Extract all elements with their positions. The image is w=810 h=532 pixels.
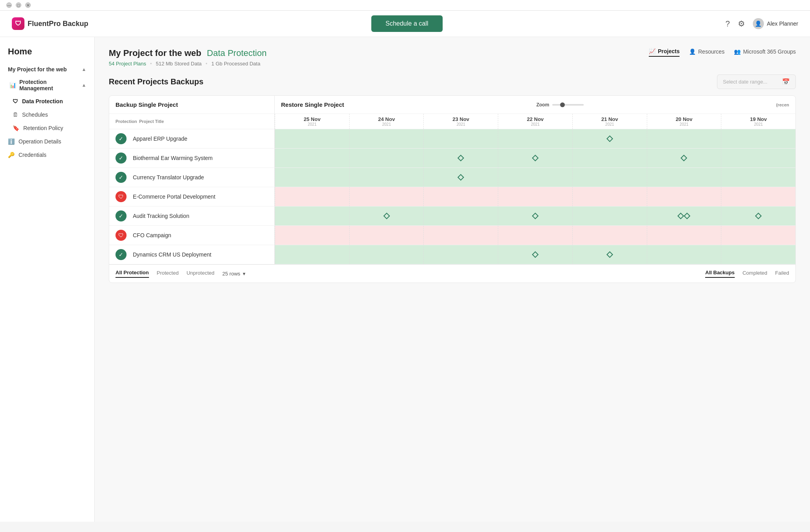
gantt-cell bbox=[721, 149, 795, 167]
tab-all-protection[interactable]: All Protection bbox=[115, 270, 149, 278]
gantt-cell bbox=[423, 129, 498, 148]
gantt-cell bbox=[275, 206, 349, 225]
gantt-cell bbox=[721, 168, 795, 187]
window-chrome: — □ ✕ bbox=[0, 0, 810, 11]
table-row[interactable]: ✓Audit Tracking Solution bbox=[109, 206, 795, 226]
table-row[interactable]: 🛡E-Commerce Portal Development bbox=[109, 187, 795, 206]
project-name: Apparel ERP Upgrade bbox=[133, 136, 187, 142]
shield-error-icon: 🛡 bbox=[115, 191, 127, 202]
gantt-cell bbox=[275, 149, 349, 167]
date-col-1: 24 Nov 2021 bbox=[349, 114, 424, 129]
tab-microsoft[interactable]: 👥 Microsoft 365 Groups bbox=[734, 48, 796, 56]
schedule-button[interactable]: Schedule a call bbox=[371, 15, 443, 32]
sidebar-protection-management[interactable]: 📊 Protection Management ▲ bbox=[0, 76, 94, 95]
tab-projects[interactable]: 📈 Projects bbox=[649, 48, 680, 57]
tab-failed[interactable]: Failed bbox=[775, 270, 789, 277]
gantt-cell bbox=[423, 168, 498, 187]
sidebar-item-schedules[interactable]: 🗓 Schedules bbox=[0, 108, 94, 121]
gantt-cell bbox=[498, 245, 572, 264]
date-range-input[interactable]: Select date range... 📅 bbox=[717, 74, 796, 89]
logo-icon: 🛡 bbox=[12, 17, 24, 30]
maximize-button[interactable]: □ bbox=[16, 2, 21, 8]
sidebar-item-credentials[interactable]: 🔑 Credentials bbox=[0, 148, 94, 162]
project-plans-link[interactable]: 54 Project Plans bbox=[109, 61, 146, 67]
user-menu[interactable]: 👤 Alex Planner bbox=[753, 18, 798, 29]
rows-selector[interactable]: 25 rows ▾ bbox=[222, 271, 246, 277]
sidebar-item-data-protection[interactable]: 🛡 Data Protection bbox=[0, 95, 94, 108]
key-icon: 🔑 bbox=[8, 152, 15, 158]
tab-resources[interactable]: 👤 Resources bbox=[689, 48, 724, 56]
gantt-cell bbox=[275, 187, 349, 206]
tab-all-backups[interactable]: All Backups bbox=[705, 270, 734, 278]
gantt-cell bbox=[647, 206, 721, 225]
table-row[interactable]: ✓Apparel ERP Upgrade bbox=[109, 129, 795, 149]
gantt-cell bbox=[349, 187, 424, 206]
gantt-cell bbox=[275, 129, 349, 148]
zoom-control[interactable]: Zoom bbox=[536, 102, 584, 108]
table-row[interactable]: ✓Dynamics CRM US Deployment bbox=[109, 245, 795, 264]
page-meta: 54 Project Plans • 512 Mb Stored Data • … bbox=[109, 61, 266, 67]
help-icon[interactable]: ? bbox=[725, 19, 730, 28]
group-icon: 👥 bbox=[734, 48, 741, 55]
date-col-4: 21 Nov 2021 bbox=[572, 114, 647, 129]
gantt-cell bbox=[572, 129, 647, 148]
gantt-cell bbox=[647, 245, 721, 264]
chevron-up-icon: ▲ bbox=[82, 67, 86, 72]
gantt-cell bbox=[498, 206, 572, 225]
gantt-cell bbox=[275, 245, 349, 264]
minimize-button[interactable]: — bbox=[6, 2, 12, 8]
right-header-area: Restore Single Project Zoom (recen bbox=[275, 96, 795, 113]
sidebar-project-label[interactable]: My Project for the web ▲ bbox=[0, 63, 94, 76]
chart-icon: 📊 bbox=[9, 82, 16, 88]
page-header: My Project for the web Data Protection 5… bbox=[109, 48, 796, 67]
table-row[interactable]: ✓Currency Translator Upgrade bbox=[109, 168, 795, 187]
sidebar-item-retention-policy[interactable]: 🔖 Retention Policy bbox=[0, 121, 94, 135]
gantt-diamond-icon bbox=[606, 136, 613, 142]
gantt-cell bbox=[498, 168, 572, 187]
project-name: Currency Translator Upgrade bbox=[133, 174, 204, 180]
topbar: 🛡 FluentPro Backup Schedule a call ? ⚙ 👤… bbox=[0, 11, 810, 37]
chevron-down-icon: ▾ bbox=[243, 271, 246, 277]
gantt-cell bbox=[275, 168, 349, 187]
tab-completed[interactable]: Completed bbox=[743, 270, 767, 277]
gantt-cell bbox=[721, 187, 795, 206]
backups-panel: Backup Single Project Restore Single Pro… bbox=[109, 95, 796, 283]
gantt-cell bbox=[572, 206, 647, 225]
tab-unprotected[interactable]: Unprotected bbox=[186, 270, 214, 277]
shield-icon: 🛡 bbox=[13, 98, 18, 104]
gantt-diamond-icon bbox=[532, 155, 539, 162]
gantt-diamond-icon bbox=[458, 155, 464, 162]
gantt-cell bbox=[721, 206, 795, 225]
date-col-5: 20 Nov 2021 bbox=[647, 114, 721, 129]
col-protection: Protection bbox=[115, 119, 139, 124]
tab-protected[interactable]: Protected bbox=[157, 270, 179, 277]
chart-icon: 📈 bbox=[649, 48, 655, 54]
gantt-cell bbox=[349, 129, 424, 148]
gantt-cell bbox=[498, 129, 572, 148]
table-row[interactable]: 🛡CFO Campaign bbox=[109, 226, 795, 245]
panel-headers: Backup Single Project Restore Single Pro… bbox=[109, 96, 795, 114]
left-header: Backup Single Project bbox=[109, 96, 275, 113]
settings-icon[interactable]: ⚙ bbox=[738, 19, 745, 28]
sidebar-item-operation-details[interactable]: ℹ️ Operation Details bbox=[0, 135, 94, 148]
gantt-diamond-icon bbox=[684, 213, 691, 219]
gantt-diamond-icon bbox=[606, 251, 613, 258]
gantt-cell bbox=[647, 168, 721, 187]
gantt-cell bbox=[572, 226, 647, 245]
close-button[interactable]: ✕ bbox=[25, 2, 31, 8]
gantt-cell bbox=[647, 149, 721, 167]
zoom-track bbox=[552, 104, 584, 106]
logo: 🛡 FluentPro Backup bbox=[12, 17, 88, 30]
gantt-cell bbox=[349, 206, 424, 225]
gantt-cell bbox=[423, 187, 498, 206]
date-col-3: 22 Nov 2021 bbox=[498, 114, 572, 129]
person-icon: 👤 bbox=[689, 48, 696, 55]
date-col-2: 23 Nov 2021 bbox=[423, 114, 498, 129]
clock-icon: 🔖 bbox=[13, 125, 19, 131]
gantt-cell bbox=[349, 168, 424, 187]
gantt-cell bbox=[721, 129, 795, 148]
gantt-date-headers: 25 Nov 2021 24 Nov 2021 23 Nov 2021 22 N… bbox=[275, 114, 795, 129]
gantt-diamond-icon bbox=[532, 251, 539, 258]
table-row[interactable]: ✓Biothermal Ear Warming System bbox=[109, 149, 795, 168]
date-col-6: 19 Nov 2021 bbox=[721, 114, 795, 129]
